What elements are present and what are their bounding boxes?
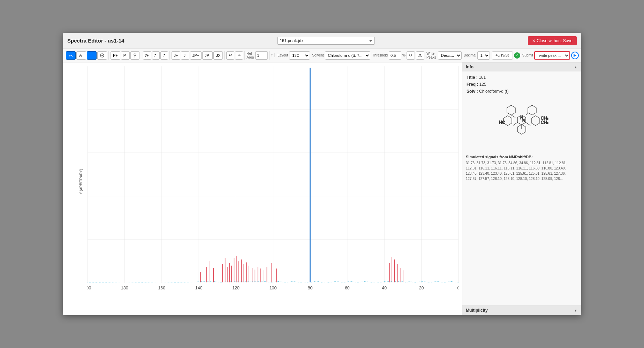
file-select[interactable]: 161.peak.jdx bbox=[277, 37, 375, 45]
multiplicity-header[interactable]: Multiplicity ▼ bbox=[462, 306, 581, 315]
jx-button[interactable]: JX bbox=[213, 51, 223, 60]
peak-plus-button[interactable]: P+ bbox=[111, 51, 120, 60]
svg-line-83 bbox=[513, 122, 517, 126]
threshold-unit: % bbox=[402, 53, 406, 57]
person-button[interactable] bbox=[416, 51, 424, 60]
freq-row: Freq : 125 bbox=[467, 82, 577, 87]
f-italic-button[interactable]: f bbox=[160, 51, 168, 60]
jp-plus-button[interactable]: JP+ bbox=[190, 51, 202, 60]
info-chevron: ▲ bbox=[574, 65, 577, 69]
j-minus-button[interactable]: J- bbox=[181, 51, 189, 60]
solvent-select[interactable]: Chloroform-d (t): 7... bbox=[325, 51, 370, 60]
chart-container: Y (ARBITRARY) bbox=[63, 62, 462, 315]
svg-text:CH₃: CH₃ bbox=[541, 120, 548, 125]
manual-button[interactable]: A bbox=[76, 51, 86, 60]
molecule-svg: N N bbox=[487, 99, 556, 145]
multiplicity-chevron: ▼ bbox=[574, 309, 577, 312]
auto-button[interactable] bbox=[66, 51, 76, 60]
pin-button[interactable] bbox=[130, 51, 139, 60]
svg-marker-86 bbox=[531, 116, 540, 126]
ref-area-group: Ref Area 1 bbox=[247, 51, 270, 60]
title-value: 161 bbox=[479, 75, 486, 80]
svg-text:100: 100 bbox=[270, 286, 277, 290]
ref-area-input[interactable]: 1 bbox=[255, 51, 268, 60]
title-bar: Spectra Editor - us1-14 161.peak.jdx ✕ C… bbox=[63, 33, 581, 48]
green-indicator: ✓ bbox=[514, 52, 520, 59]
solvent-group: Solvent Chloroform-d (t): 7... bbox=[312, 51, 370, 60]
info-header[interactable]: Info ▲ bbox=[462, 62, 581, 71]
peak-minus-button[interactable]: P- bbox=[121, 51, 130, 60]
j-group: J+ J- JP+ JP- JX bbox=[172, 51, 225, 60]
f-italic-plus-button[interactable]: f+ bbox=[143, 51, 151, 60]
zoom-out-button[interactable] bbox=[97, 51, 107, 60]
sidebar: Info ▲ Title : 161 Freq : 125 Solv : Chl… bbox=[462, 62, 581, 315]
multiplicity-label: Multiplicity bbox=[466, 308, 488, 313]
svg-line-85 bbox=[526, 122, 530, 126]
zoom-group: A bbox=[66, 51, 109, 60]
write-peaks-select[interactable]: Desc.... bbox=[438, 51, 462, 60]
svg-line-82 bbox=[526, 113, 528, 115]
y-axis-label: Y (ARBITRARY) bbox=[79, 169, 83, 195]
svg-text:40: 40 bbox=[382, 286, 387, 290]
write-peaks-label: Write Peaks bbox=[426, 52, 437, 59]
decimal-select[interactable]: 1 bbox=[477, 51, 490, 60]
info-content: Title : 161 Freq : 125 Solv : Chloroform… bbox=[462, 71, 581, 152]
spectra-chart: 0.0 2.0e+8 4.0e+8 6.0e+8 8.0e+8 1.0e+9 2… bbox=[88, 66, 459, 297]
svg-text:N: N bbox=[522, 118, 525, 123]
close-without-save-button[interactable]: ✕ Close without Save bbox=[528, 36, 577, 45]
submit-select[interactable]: write peak ... bbox=[534, 51, 570, 60]
f-area-group: f bbox=[271, 53, 275, 57]
chart-wrapper: Y (ARBITRARY) bbox=[88, 66, 459, 297]
svg-text:HC: HC bbox=[499, 120, 505, 125]
undo-button[interactable]: ↩ bbox=[226, 51, 234, 60]
title-row: Title : 161 bbox=[467, 75, 577, 80]
svg-text:160: 160 bbox=[158, 286, 165, 290]
refresh-button[interactable]: ↺ bbox=[407, 51, 415, 60]
solv-value: Chloroform-d (t) bbox=[479, 89, 509, 94]
main-area: Y (ARBITRARY) bbox=[63, 62, 581, 315]
f-italic-minus-button[interactable]: f- bbox=[152, 51, 160, 60]
app-title: Spectra Editor - us1-14 bbox=[67, 38, 124, 44]
svg-line-80 bbox=[511, 115, 515, 118]
threshold-input[interactable] bbox=[389, 51, 401, 60]
app-window: Spectra Editor - us1-14 161.peak.jdx ✕ C… bbox=[63, 33, 581, 315]
submit-label: Submit bbox=[522, 53, 533, 57]
toolbar-right: Layout 13C Solvent Chloroform-d (t): 7..… bbox=[278, 51, 579, 60]
svg-text:180: 180 bbox=[121, 286, 128, 290]
play-button[interactable]: ▶ bbox=[571, 52, 579, 59]
redo-button[interactable]: ↪ bbox=[235, 51, 243, 60]
svg-text:80: 80 bbox=[308, 286, 313, 290]
solv-label: Solv : bbox=[467, 89, 478, 94]
svg-marker-81 bbox=[528, 105, 536, 115]
multiplicity-section: Multiplicity ▼ bbox=[462, 305, 581, 315]
threshold-group: Threshold % ↺ bbox=[372, 51, 424, 60]
info-section-title: Info bbox=[466, 65, 473, 69]
svg-point-6 bbox=[134, 54, 136, 56]
history-group: ↩ ↪ bbox=[226, 51, 245, 60]
chart-area: Y (ARBITRARY) bbox=[63, 62, 462, 315]
svg-text:A: A bbox=[79, 53, 82, 58]
info-section: Info ▲ Title : 161 Freq : 125 Solv : Chl… bbox=[462, 62, 581, 152]
file-selector-area: 161.peak.jdx bbox=[277, 37, 375, 45]
threshold-label: Threshold bbox=[372, 53, 388, 57]
layout-label: Layout bbox=[278, 53, 288, 57]
svg-marker-78 bbox=[507, 105, 515, 115]
svg-text:140: 140 bbox=[195, 286, 203, 290]
solv-row: Solv : Chloroform-d (t) bbox=[467, 89, 577, 94]
svg-text:200: 200 bbox=[88, 286, 91, 290]
zoom-in-button[interactable] bbox=[87, 51, 97, 60]
write-peaks-group: Write Peaks Desc.... bbox=[426, 51, 462, 60]
layout-select[interactable]: 13C bbox=[289, 51, 310, 60]
peaks-count-group: 45/19/53 ✓ bbox=[492, 51, 520, 60]
jp-minus-button[interactable]: JP- bbox=[202, 51, 213, 60]
svg-point-8 bbox=[419, 54, 421, 55]
peaks-count-button[interactable]: 45/19/53 bbox=[492, 51, 513, 60]
toolbar: A P+ P- f+ f- f J+ J- JP+ JP- J bbox=[63, 48, 581, 62]
svg-text:20: 20 bbox=[419, 286, 424, 290]
svg-text:120: 120 bbox=[232, 286, 240, 290]
decimal-group: Decimal 1 bbox=[464, 51, 490, 60]
ref-area-label: Ref Area bbox=[247, 52, 254, 59]
j-plus-button[interactable]: J+ bbox=[172, 51, 181, 60]
peak-group: P+ P- bbox=[111, 51, 141, 60]
molecule-image-area: N N bbox=[467, 96, 577, 148]
